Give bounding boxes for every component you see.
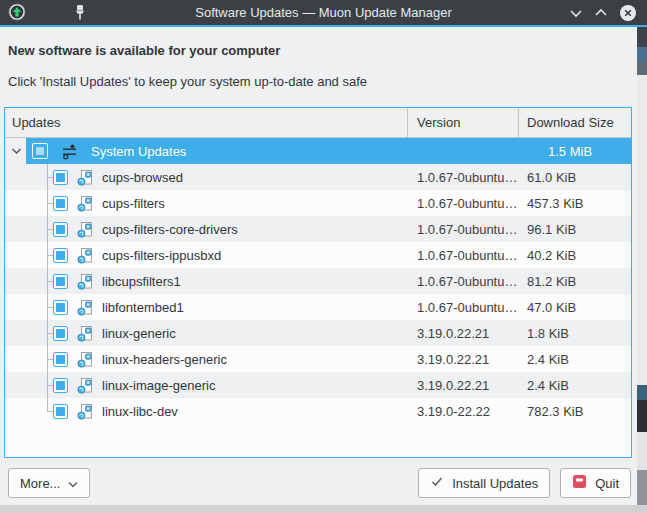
package-checkbox[interactable] <box>53 300 68 315</box>
tree-gutter <box>5 138 26 164</box>
package-version: 3.19.0-22.22 <box>408 398 519 424</box>
package-row[interactable]: cups-filters-core-drivers 1.0.67-0ubuntu… <box>5 216 631 242</box>
package-name: libcupsfilters1 <box>102 274 181 289</box>
package-checkbox[interactable] <box>53 222 68 237</box>
package-size: 2.4 KiB <box>519 346 631 372</box>
package-row[interactable]: linux-libc-dev 3.19.0-22.22 782.3 KiB <box>5 398 631 424</box>
package-size: 47.0 KiB <box>519 294 631 320</box>
background-window-sliver <box>637 385 647 400</box>
column-header-version[interactable]: Version <box>408 108 519 137</box>
updates-table: Updates Version Download Size <box>4 107 632 458</box>
package-checkbox[interactable] <box>53 326 68 341</box>
package-version: 1.0.67-0ubuntu… <box>408 268 519 294</box>
package-checkbox[interactable] <box>53 404 68 419</box>
background-window-sliver <box>637 470 647 505</box>
heading: New software is available for your compu… <box>8 43 280 58</box>
table-header: Updates Version Download Size <box>5 108 631 138</box>
package-name: linux-image-generic <box>102 378 215 393</box>
package-name: cups-filters-ippusbxd <box>102 248 221 263</box>
tree-branch-stub <box>47 359 53 360</box>
package-version: 1.0.67-0ubuntu… <box>408 164 519 190</box>
install-updates-label: Install Updates <box>452 476 538 491</box>
package-checkbox[interactable] <box>53 170 68 185</box>
package-row[interactable]: libcupsfilters1 1.0.67-0ubuntu… 81.2 KiB <box>5 268 631 294</box>
package-row[interactable]: libfontembed1 1.0.67-0ubuntu… 47.0 KiB <box>5 294 631 320</box>
package-checkbox[interactable] <box>53 378 68 393</box>
package-row[interactable]: linux-generic 3.19.0.22.21 1.8 KiB <box>5 320 631 346</box>
package-row[interactable]: cups-filters-ippusbxd 1.0.67-0ubuntu… 40… <box>5 242 631 268</box>
package-checkbox[interactable] <box>53 248 68 263</box>
package-icon <box>77 377 94 394</box>
package-name: linux-generic <box>102 326 176 341</box>
chevron-down-icon <box>68 476 78 491</box>
package-name: cups-filters <box>102 196 165 211</box>
package-name: libfontembed1 <box>102 300 184 315</box>
desktop-bottom-strip <box>0 505 647 513</box>
minimize-button[interactable] <box>569 8 583 18</box>
more-button-label: More... <box>20 476 60 491</box>
tree-branch-stub <box>47 307 53 308</box>
group-row-system-updates[interactable]: System Updates 1.5 MiB <box>5 138 631 164</box>
subheading: Click 'Install Updates' to keep your sys… <box>8 74 367 89</box>
expander-chevron-down-icon[interactable] <box>11 147 22 155</box>
tree-branch-line <box>47 398 48 411</box>
group-size: 1.5 MiB <box>548 144 592 159</box>
background-window-sliver <box>637 75 647 385</box>
tree-branch-stub <box>47 385 53 386</box>
package-size: 1.8 KiB <box>519 320 631 346</box>
package-size: 96.1 KiB <box>519 216 631 242</box>
group-checkbox[interactable] <box>32 143 48 159</box>
table-body: cups-browsed 1.0.67-0ubuntu… 61.0 KiB cu… <box>5 164 631 424</box>
package-checkbox[interactable] <box>53 352 68 367</box>
package-icon <box>77 351 94 368</box>
package-version: 3.19.0.22.21 <box>408 346 519 372</box>
package-row[interactable]: cups-filters 1.0.67-0ubuntu… 457.3 KiB <box>5 190 631 216</box>
package-version: 1.0.67-0ubuntu… <box>408 294 519 320</box>
package-icon <box>77 221 94 238</box>
package-checkbox[interactable] <box>53 196 68 211</box>
quit-label: Quit <box>595 476 619 491</box>
package-row[interactable]: cups-browsed 1.0.67-0ubuntu… 61.0 KiB <box>5 164 631 190</box>
window-controls <box>569 0 637 25</box>
package-row[interactable]: linux-headers-generic 3.19.0.22.21 2.4 K… <box>5 346 631 372</box>
more-button[interactable]: More... <box>8 468 90 498</box>
package-row[interactable]: linux-image-generic 3.19.0.22.21 2.4 KiB <box>5 372 631 398</box>
titlebar[interactable]: Software Updates — Muon Update Manager <box>0 0 647 25</box>
package-name: cups-filters-core-drivers <box>102 222 238 237</box>
background-window-sliver <box>637 61 647 75</box>
quit-icon <box>572 474 587 492</box>
group-label: System Updates <box>91 144 186 159</box>
package-version: 1.0.67-0ubuntu… <box>408 190 519 216</box>
package-size: 2.4 KiB <box>519 372 631 398</box>
background-window-sliver <box>637 432 647 470</box>
tree-branch-stub <box>47 411 53 412</box>
package-icon <box>77 169 94 186</box>
package-icon <box>77 195 94 212</box>
background-window-sliver <box>637 27 647 47</box>
background-window-sliver <box>637 47 647 61</box>
column-header-download-size[interactable]: Download Size <box>519 108 631 137</box>
package-checkbox[interactable] <box>53 274 68 289</box>
tree-branch-stub <box>47 281 53 282</box>
package-size: 81.2 KiB <box>519 268 631 294</box>
close-button[interactable] <box>619 4 637 22</box>
tree-branch-stub <box>47 229 53 230</box>
package-icon <box>77 299 94 316</box>
package-icon <box>77 403 94 420</box>
check-icon <box>430 475 444 491</box>
package-version: 1.0.67-0ubuntu… <box>408 216 519 242</box>
column-header-updates[interactable]: Updates <box>5 108 408 137</box>
package-version: 3.19.0.22.21 <box>408 320 519 346</box>
window-title: Software Updates — Muon Update Manager <box>0 5 647 20</box>
background-window-sliver <box>637 400 647 432</box>
package-version: 1.0.67-0ubuntu… <box>408 242 519 268</box>
maximize-button[interactable] <box>594 8 608 18</box>
tree-branch-stub <box>47 177 53 178</box>
quit-button[interactable]: Quit <box>560 468 631 498</box>
package-size: 61.0 KiB <box>519 164 631 190</box>
install-updates-button[interactable]: Install Updates <box>418 468 550 498</box>
package-icon <box>77 325 94 342</box>
system-updates-icon <box>61 143 78 160</box>
package-name: linux-headers-generic <box>102 352 227 367</box>
package-size: 457.3 KiB <box>519 190 631 216</box>
